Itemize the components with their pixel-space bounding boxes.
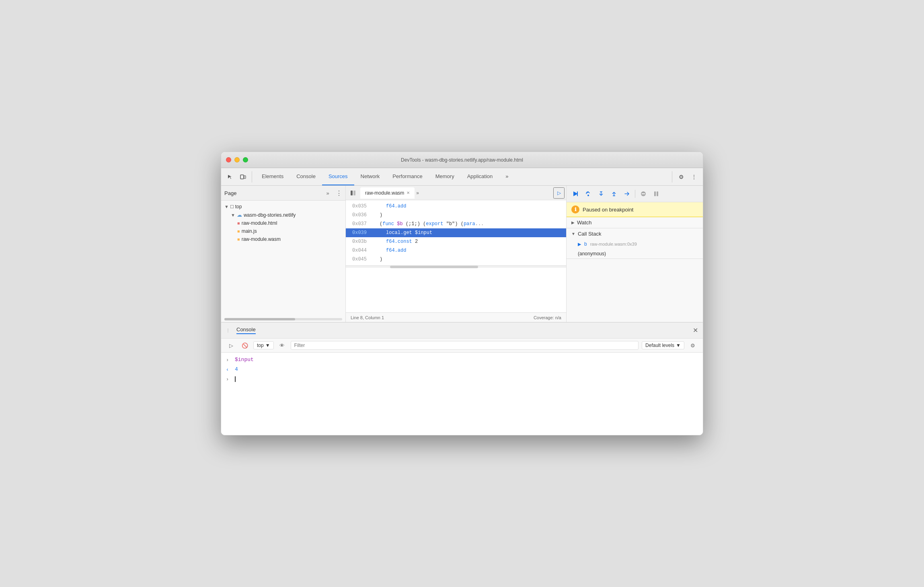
settings-icon[interactable]: ⚙ bbox=[676, 171, 687, 183]
tab-network[interactable]: Network bbox=[354, 168, 386, 185]
sidebar-scrollbar[interactable] bbox=[224, 318, 342, 320]
prompt-2: ‹ bbox=[226, 367, 232, 373]
devtools-window: DevTools - wasm-dbg-stories.netlify.app/… bbox=[221, 152, 703, 435]
panel-toggle-icon[interactable] bbox=[347, 187, 359, 199]
watch-header[interactable]: ▶ Watch bbox=[567, 217, 703, 228]
pause-on-exceptions-button[interactable] bbox=[651, 188, 662, 199]
tree-label-origin: wasm-dbg-stories.netlify bbox=[244, 212, 296, 218]
kw-local-get: local.get bbox=[386, 230, 412, 236]
more-icon[interactable]: ⋮ bbox=[688, 171, 700, 183]
tree-item-wasm[interactable]: ■ raw-module.wasm bbox=[221, 235, 345, 243]
context-selector[interactable]: top ▼ bbox=[253, 341, 274, 349]
code-line-03b: 0x03b f64.const 2 bbox=[346, 237, 566, 246]
info-icon: ℹ bbox=[571, 205, 579, 213]
tree-label-top: top bbox=[235, 204, 242, 209]
minimize-button[interactable] bbox=[234, 157, 240, 162]
tree-item-html[interactable]: ■ raw-module.html bbox=[221, 219, 345, 227]
code-panel: raw-module.wasm ✕ » ▷ 0x035 f64.add bbox=[346, 186, 566, 322]
filter-input[interactable] bbox=[291, 341, 639, 350]
coverage-info: Coverage: n/a bbox=[534, 315, 561, 320]
tab-elements[interactable]: Elements bbox=[255, 168, 290, 185]
console-entry-1: › $input bbox=[221, 356, 703, 365]
file-wasm-icon: ■ bbox=[237, 237, 240, 242]
watch-section: ▶ Watch bbox=[567, 217, 703, 228]
call-stack-item-anonymous[interactable]: (anonymous) bbox=[567, 249, 703, 259]
sidebar-scrollbar-thumb bbox=[224, 318, 295, 320]
debug-toolbar bbox=[567, 186, 703, 202]
close-tab-icon[interactable]: ✕ bbox=[407, 191, 410, 195]
line-content-045: ) bbox=[370, 257, 386, 262]
resume-button[interactable] bbox=[570, 188, 581, 199]
kw-param: para bbox=[464, 221, 475, 227]
tree-label-html: raw-module.html bbox=[242, 220, 277, 226]
code-tab-label: raw-module.wasm bbox=[365, 190, 404, 196]
line-content-036: ) bbox=[370, 212, 386, 218]
code-line-036: 0x036 ) bbox=[346, 211, 566, 220]
close-button[interactable] bbox=[226, 157, 231, 162]
tab-console[interactable]: Console bbox=[290, 168, 322, 185]
svg-rect-5 bbox=[577, 191, 578, 196]
space bbox=[412, 230, 415, 236]
console-input-line[interactable]: › bbox=[221, 375, 703, 383]
func-rest: (;1;) ( bbox=[403, 221, 426, 227]
call-stack-label: Call Stack bbox=[578, 231, 602, 237]
console-settings-icon[interactable]: ⚙ bbox=[688, 340, 698, 351]
clear-icon[interactable]: 🚫 bbox=[240, 340, 250, 351]
eye-icon[interactable]: 👁 bbox=[277, 340, 287, 351]
context-label: top bbox=[257, 343, 264, 348]
tree-item-js[interactable]: ■ main.js bbox=[221, 227, 345, 235]
line-content-035: f64.add bbox=[370, 203, 409, 209]
tree-label-wasm: raw-module.wasm bbox=[242, 236, 281, 242]
nav-tabs: Elements Console Sources Network Perform… bbox=[255, 168, 672, 185]
inspect-icon[interactable] bbox=[224, 171, 236, 183]
tab-sources[interactable]: Sources bbox=[322, 168, 354, 185]
svg-rect-1 bbox=[244, 176, 246, 179]
play-icon[interactable]: ▷ bbox=[553, 187, 565, 199]
levels-selector[interactable]: Default levels ▼ bbox=[642, 341, 684, 349]
code-tabs: raw-module.wasm ✕ » ▷ bbox=[346, 186, 566, 200]
main-content: Page » ⋮ ▼ □ top ▼ ☁ wasm-dbg-stories.ne… bbox=[221, 186, 703, 322]
tab-application[interactable]: Application bbox=[461, 168, 499, 185]
line-addr-035: 0x035 bbox=[346, 203, 370, 209]
close-console-icon[interactable]: ✕ bbox=[693, 326, 698, 334]
more-tabs-icon[interactable]: » bbox=[416, 190, 419, 196]
sidebar-more-icon[interactable]: » bbox=[323, 188, 333, 198]
console-header-more-icon[interactable]: ⋮ bbox=[226, 328, 230, 332]
step-out-button[interactable] bbox=[608, 188, 620, 199]
code-line-039: 0x039 local.get $input bbox=[346, 228, 566, 237]
device-icon[interactable] bbox=[237, 171, 248, 183]
kw-func: func bbox=[382, 221, 394, 227]
tree-item-origin[interactable]: ▼ ☁ wasm-dbg-stories.netlify bbox=[221, 211, 345, 219]
kw-f64-add-044: f64.add bbox=[386, 248, 406, 253]
cursor-position: Line 8, Column 1 bbox=[351, 315, 384, 320]
code-tab-wasm[interactable]: raw-module.wasm ✕ bbox=[360, 187, 415, 199]
svg-rect-3 bbox=[353, 191, 355, 195]
sidebar-menu-icon[interactable]: ⋮ bbox=[336, 189, 342, 197]
step-over-button[interactable] bbox=[583, 188, 594, 199]
levels-label: Default levels bbox=[645, 343, 674, 348]
svg-rect-13 bbox=[654, 191, 656, 196]
console-header: ⋮ Console ✕ bbox=[221, 322, 703, 339]
prompt-1: › bbox=[226, 357, 232, 363]
call-stack-item-b[interactable]: ▶ b raw-module.wasm:0x39 bbox=[567, 239, 703, 249]
code-lines: 0x035 f64.add 0x036 ) 0x037 bbox=[346, 200, 566, 265]
toolbar-icons bbox=[224, 171, 252, 183]
execute-icon[interactable]: ▷ bbox=[226, 340, 236, 351]
step-button[interactable] bbox=[621, 188, 632, 199]
line-content-039: local.get $input bbox=[370, 230, 435, 236]
deactivate-breakpoints-button[interactable] bbox=[638, 188, 649, 199]
step-into-button[interactable] bbox=[595, 188, 607, 199]
maximize-button[interactable] bbox=[243, 157, 248, 162]
context-dropdown-icon: ▼ bbox=[265, 343, 270, 348]
code-line-037: 0x037 (func $b (;1;) (export "b") (para.… bbox=[346, 220, 566, 228]
tree-item-top[interactable]: ▼ □ top bbox=[221, 202, 345, 211]
tab-memory[interactable]: Memory bbox=[429, 168, 461, 185]
line-addr-036: 0x036 bbox=[346, 212, 370, 218]
console-output: › $input ‹ 4 › bbox=[221, 353, 703, 435]
call-stack-header[interactable]: ▼ Call Stack bbox=[567, 228, 703, 239]
cloud-icon: ☁ bbox=[237, 212, 242, 218]
code-scrollbar[interactable] bbox=[346, 265, 566, 268]
tab-performance[interactable]: Performance bbox=[386, 168, 429, 185]
svg-rect-14 bbox=[657, 191, 658, 196]
tab-more[interactable]: » bbox=[499, 168, 515, 185]
